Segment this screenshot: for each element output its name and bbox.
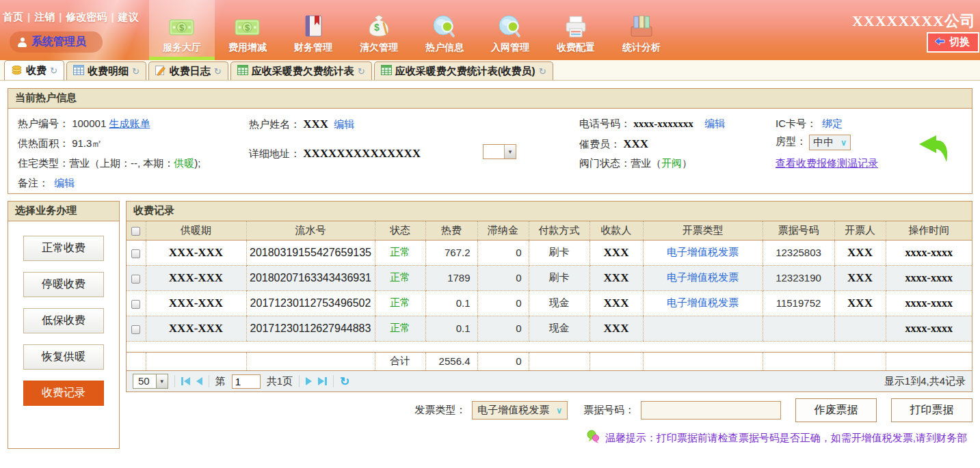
column-header: 收款人 <box>590 221 643 240</box>
room-type-value: 中中 <box>813 136 834 149</box>
sidebar-button[interactable]: 正常收费 <box>23 236 104 261</box>
select-all-checkbox[interactable] <box>131 227 140 236</box>
main-row: 选择业务办理 正常收费停暖收费低保收费恢复供暖收费记录 收费记录 供暖期流水号状… <box>8 201 972 449</box>
period-cell: XXX-XXX <box>146 290 246 316</box>
column-header: 热费 <box>425 221 477 240</box>
invoice-controls: 发票类型： 电子增值税发票 ∨ 票据号码： 作废票据 打印票据 <box>126 398 972 422</box>
nav-item[interactable]: 财务管理 <box>280 0 346 60</box>
status-cell: 正常 <box>375 316 425 341</box>
ic-bind-link[interactable]: 绑定 <box>822 118 843 129</box>
invoice-type-select[interactable]: 电子增值税发票 ∨ <box>472 401 568 419</box>
records-table-body: XXX-XXX20180319155427659135正常767.20刷卡XXX… <box>127 240 972 370</box>
sidebar-button[interactable]: 停暖收费 <box>23 272 104 297</box>
refresh-icon[interactable]: ↻ <box>214 66 222 77</box>
remark-edit-link[interactable]: 编辑 <box>54 177 75 189</box>
tip-text: 温馨提示：打印票据前请检查票据号码是否正确，如需开增值税发票,请到财务部 <box>605 432 967 445</box>
area-value: 91.3㎡ <box>72 137 102 149</box>
invoice-type-link[interactable]: 电子增值税发票 <box>667 271 739 283</box>
column-header: 滞纳金 <box>477 221 529 240</box>
record-row: XXX-XXX20171230112753496502正常0.10现金XXX电子… <box>127 290 972 316</box>
name-edit-link[interactable]: 编辑 <box>334 118 354 130</box>
void-invoice-button[interactable]: 作废票据 <box>795 398 877 422</box>
nav-item[interactable]: $清欠管理 <box>346 0 412 60</box>
last-page-button[interactable] <box>318 377 327 385</box>
first-page-button[interactable] <box>181 377 190 385</box>
temp-record-field: 查看收费报修测温记录 <box>776 157 878 170</box>
nav-item[interactable]: 入网管理 <box>477 0 543 60</box>
refresh-icon[interactable]: ↻ <box>132 66 140 77</box>
user-name: 系统管理员 <box>31 35 86 49</box>
refresh-icon[interactable]: ↻ <box>340 374 349 389</box>
top-link[interactable]: 修改密码 <box>66 11 107 24</box>
account-field: 热户编号： 100001 生成账单 <box>18 118 150 130</box>
sidebar-button[interactable]: 收费记录 <box>23 381 104 406</box>
issuer-cell: XXX <box>834 265 886 290</box>
chevron-down-icon: ▼ <box>504 145 516 159</box>
prev-page-button[interactable] <box>196 377 202 385</box>
sidebar-button[interactable]: 恢复供暖 <box>23 344 104 370</box>
print-invoice-button[interactable]: 打印票据 <box>891 398 972 422</box>
column-header: 票据号码 <box>763 221 834 240</box>
nav-label: 清欠管理 <box>360 42 398 54</box>
sidebar-button[interactable]: 低保收费 <box>23 308 104 333</box>
tab[interactable]: 收费明细↻ <box>66 61 146 80</box>
temp-record-link[interactable]: 查看收费报修测温记录 <box>776 157 878 169</box>
books-icon <box>628 10 654 38</box>
late-fee-cell: 0 <box>477 265 529 290</box>
refresh-icon[interactable]: ↻ <box>358 66 365 77</box>
top-link[interactable]: 建议 <box>118 11 139 24</box>
tab[interactable]: 收费日志↻ <box>148 61 228 80</box>
tab[interactable]: 收费↻ <box>4 60 64 80</box>
row-checkbox[interactable] <box>131 325 140 334</box>
heat-fee-cell: 0.1 <box>425 316 477 341</box>
top-link[interactable]: 首页 <box>3 11 23 24</box>
total-heat-fee: 2556.4 <box>425 352 477 370</box>
invoice-no-cell: 11519752 <box>763 290 834 316</box>
page-size-select[interactable]: 50 ▼ <box>133 374 168 389</box>
late-fee-cell: 0 <box>477 240 529 265</box>
tab[interactable]: 应收采暖费欠费统计表(收费员)↻ <box>374 61 553 80</box>
switch-label: 切换 <box>949 36 970 49</box>
invoice-type-link[interactable]: 电子增值税发票 <box>667 246 739 258</box>
phone-edit-link[interactable]: 编辑 <box>704 118 725 129</box>
next-page-button[interactable] <box>306 377 312 385</box>
total-row: 合计2556.40 <box>127 352 972 370</box>
room-type-select[interactable]: 中中 ∨ <box>809 135 851 150</box>
tab[interactable]: 应收采暖费欠费统计表↻ <box>230 61 372 80</box>
back-arrow-icon[interactable] <box>917 133 950 171</box>
invoice-type-cell: 电子增值税发票 <box>643 240 763 265</box>
invoice-number-input[interactable] <box>641 401 781 419</box>
nav-item[interactable]: 热户信息 <box>412 0 477 60</box>
bag-icon: $ <box>367 10 391 38</box>
invoice-type-link[interactable]: 电子增值税发票 <box>667 297 739 308</box>
svg-text:$: $ <box>245 23 250 33</box>
svg-text:$: $ <box>374 22 380 33</box>
nav-item[interactable]: $服务大厅 <box>149 0 215 60</box>
customer-name-field: 热户姓名： XXX 编辑 <box>249 118 354 131</box>
page-number-input[interactable] <box>232 374 261 389</box>
switch-button[interactable]: 切换 <box>927 32 979 53</box>
row-checkbox[interactable] <box>131 249 140 258</box>
nav-item[interactable]: 统计分析 <box>609 0 674 60</box>
tab-label: 收费明细 <box>88 65 129 78</box>
top-link[interactable]: 注销 <box>34 11 55 24</box>
address-select[interactable]: ▼ <box>483 144 516 159</box>
refresh-icon[interactable]: ↻ <box>50 66 57 76</box>
nav-item[interactable]: 收费配置 <box>543 0 609 60</box>
heat-fee-cell: 767.2 <box>425 240 477 265</box>
chevron-down-icon: ▼ <box>156 374 168 388</box>
tab-bar: 收费↻收费明细↻收费日志↻应收采暖费欠费统计表↻应收采暖费欠费统计表(收费员)↻ <box>0 60 980 81</box>
row-checkbox[interactable] <box>131 300 140 309</box>
account-number: 100001 <box>72 118 106 129</box>
row-checkbox[interactable] <box>131 275 140 284</box>
record-row: XXX-XXX20171230112627944883正常0.10现金XXXxx… <box>127 316 972 341</box>
generate-bill-link[interactable]: 生成账单 <box>109 118 150 129</box>
column-header: 状态 <box>375 221 425 240</box>
refresh-icon[interactable]: ↻ <box>539 66 546 77</box>
globe-icon <box>497 10 523 38</box>
user-icon <box>18 38 27 46</box>
edit-icon <box>155 65 166 78</box>
serial-cell: 20171230112753496502 <box>246 290 375 316</box>
nav-label: 服务大厅 <box>163 42 201 54</box>
nav-item[interactable]: $费用增减 <box>215 0 280 60</box>
